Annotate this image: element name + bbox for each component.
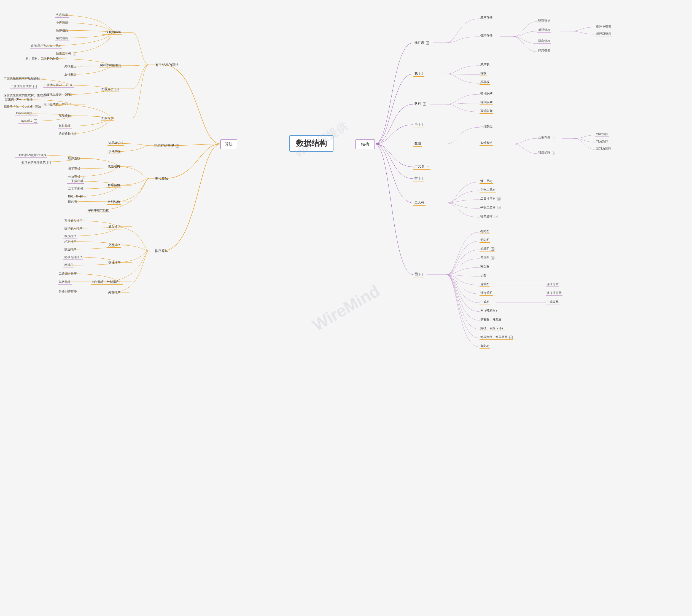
- mst: 最小生成树（MST）: [43, 102, 72, 107]
- avl-search: 二叉平衡树: [67, 186, 84, 191]
- simple-graph-icon: □: [491, 247, 494, 251]
- double-linked-list: 双向链表: [537, 39, 551, 44]
- complete-binary-tree: 完全二叉树: [479, 188, 496, 192]
- multigraph: 多重图 □: [479, 255, 495, 260]
- stack-icon: □: [419, 72, 423, 75]
- kruskal-algorithm: 克鲁斯卡尔（Kruskal）算法: [3, 104, 42, 109]
- dynamic-storage: 动态存储管理 □: [153, 143, 180, 149]
- directed-graph: 有向图: [479, 229, 490, 234]
- linear-list-icon: □: [426, 41, 429, 45]
- connectors-svg: [0, 0, 692, 616]
- spanning-tree: 生成树: [479, 299, 490, 304]
- threaded-icon: □: [73, 52, 76, 56]
- merge-sort-group: 归并排序（外部排序）: [91, 280, 123, 284]
- path-cycle: 路径、回路（环）: [479, 326, 505, 331]
- bubble-sort: 起泡排序: [63, 239, 77, 244]
- critical-path: 关键路径 □: [58, 131, 77, 136]
- inorder-traversal: 中序遍历: [55, 20, 69, 25]
- boundary-tag: 边界标识法: [107, 141, 124, 146]
- search-algorithm: 查找算法: [154, 176, 169, 182]
- mindmap-container: 数据结构 结构 线性表 □ 顺序存储 链式存储 线性链表 循环链表 循环单链表 …: [0, 0, 692, 616]
- bst-search: 二叉排序树: [67, 179, 84, 184]
- quick-sort: 快速排序: [63, 247, 77, 252]
- binary-sort-tree: 二叉排序树 □: [479, 196, 501, 201]
- sparse-icon: □: [552, 151, 555, 154]
- sequential-storage: 顺序存储: [479, 15, 493, 20]
- array-node: 数组: [413, 141, 422, 147]
- binary-tree-node: 二叉树: [413, 200, 426, 206]
- tridiagonal-matrix: 三对角矩阵: [595, 146, 612, 151]
- general-sequential-search: 一般线性表的顺序查找: [15, 153, 47, 158]
- binary-insertion: 折半插入排序: [63, 226, 83, 231]
- radix-sort: 基数排序: [58, 280, 72, 284]
- sparse-matrix: 稀疏矩阵 □: [537, 150, 556, 155]
- two-way-merge: 二路归并排序: [58, 271, 78, 276]
- exchange-sort-group: 交换排序: [107, 243, 121, 248]
- multiway-merge: 多路归并排序: [58, 289, 78, 294]
- simple-path-cycle: 简单路径、简单回路 □: [479, 335, 514, 340]
- preorder-tree-icon: □: [78, 65, 81, 68]
- string-icon: □: [419, 123, 423, 126]
- linear-list-node: 线性表 □: [413, 40, 430, 46]
- multigraph-icon: □: [491, 256, 494, 259]
- dense-sparse-graph: 稠密图、稀疏图: [479, 317, 502, 322]
- double-ended-queue: 双端队列: [479, 109, 493, 113]
- bfs-sp-icon: □: [42, 77, 45, 80]
- circular-double-list: 循环双链表: [595, 31, 612, 36]
- shared-stack: 共享栈: [479, 80, 490, 85]
- subgraph: 子图: [479, 273, 487, 278]
- binary-tree-traversal: 二叉树的遍历: [102, 30, 122, 35]
- hash-structure: 散列结构: [107, 200, 121, 205]
- linear-search-structure: 线性结构: [107, 164, 121, 169]
- compressed-storage: 压缩存储 □: [537, 135, 556, 140]
- structural-algorithm: 有关结构的算法: [154, 62, 180, 68]
- sequential-stack: 顺序栈: [479, 62, 490, 67]
- multi-dim-array: 多维数组: [479, 141, 493, 146]
- heap-sort: 堆排序: [63, 262, 74, 268]
- huffman-tree: 哈夫曼树 □: [479, 214, 498, 219]
- circular-single-list: 循环单链表: [595, 24, 612, 29]
- ordered-sequential-search: 有序表的顺序查找 □: [21, 160, 51, 165]
- watermark: WireMind: [309, 281, 383, 335]
- hash-table: 散列表 □: [67, 199, 83, 204]
- queue-icon: □: [423, 102, 426, 106]
- external-sort-group: 外部排序: [107, 290, 121, 295]
- sort-algorithm: 排序算法: [154, 248, 169, 254]
- hash-icon: □: [79, 200, 82, 203]
- general-list: 广义表 □: [413, 164, 430, 170]
- buddy-system: 伙伴系统: [107, 149, 121, 154]
- tree-search-structure: 树形结构: [107, 183, 121, 188]
- prim-algorithm: 普里姆（Prim）算法: [4, 97, 33, 102]
- undirected-graph: 无向图: [479, 238, 490, 243]
- threaded-tree: 线索二叉树 □: [55, 51, 77, 56]
- insertion-sort-group: 插入排序: [107, 225, 121, 229]
- general-list-icon: □: [426, 165, 429, 168]
- tree-node: 树 □: [413, 175, 424, 182]
- ordered-search-icon: □: [47, 161, 51, 164]
- strongly-connected-graph: 强连通图: [479, 291, 493, 296]
- topological-sort: 拓扑排序: [58, 124, 72, 128]
- preorder-traversal: 先序遍历: [55, 13, 69, 18]
- level-traversal: 层次遍历: [55, 36, 69, 41]
- directed-tree: 有向树: [479, 344, 490, 348]
- string-node: 串 □: [413, 121, 424, 127]
- structure-node: 结构: [355, 139, 375, 149]
- postorder-traversal: 后序遍历: [55, 28, 69, 33]
- string-matching: 字符串模式匹配: [87, 208, 110, 213]
- bfs: 广度优先搜索（BFS）: [43, 83, 74, 88]
- bst-icon: □: [497, 197, 500, 200]
- simple-selection-sort: 简单选择排序: [63, 255, 83, 260]
- connected-component: 连通分量: [546, 282, 559, 287]
- simple-path-icon: □: [509, 336, 513, 339]
- graph-traversal: 图的遍历 □: [101, 87, 119, 92]
- dijkstra: Dijkstra算法 □: [15, 111, 38, 116]
- preorder-tree: 先根遍历 □: [63, 64, 82, 69]
- symmetric-matrix: 对称矩阵: [595, 132, 609, 137]
- network-weighted: 网（带权图）: [479, 308, 499, 313]
- spanning-forest: 生成森林: [546, 299, 559, 304]
- postorder-tree: 后根遍历: [63, 72, 77, 77]
- graph-application: 图的应用: [101, 116, 114, 121]
- balanced-binary-tree: 平衡二叉树 □: [479, 205, 501, 210]
- floyd-icon: □: [34, 120, 37, 123]
- graph-icon: □: [419, 273, 423, 276]
